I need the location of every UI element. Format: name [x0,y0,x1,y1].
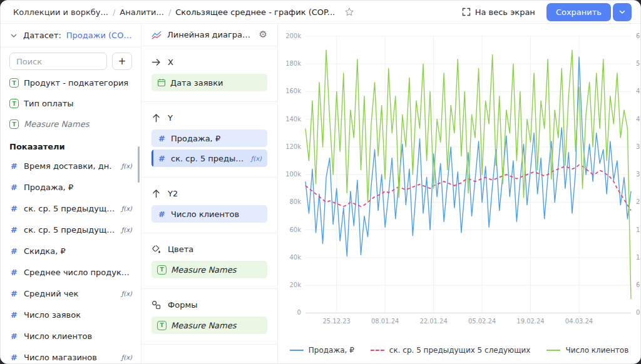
y-right-axis-label: 12 [636,254,640,261]
fullscreen-icon [462,8,471,16]
favorite-star-icon[interactable] [344,7,354,17]
field-label: Продажа, ₽ [24,183,132,192]
chart-type-selector[interactable]: Линейная диаграмма ⚙ [141,24,277,46]
legend-label: ск. ср. 5 предыдущих 5 следующих [389,346,531,355]
section-y: Y#Продажа, ₽#ск. ср. 5 предыд...ƒ(x) [141,102,277,178]
section-label: X [168,58,173,67]
formula-icon: ƒ(x) [121,205,132,212]
measure-type-icon: # [9,310,19,320]
field-chip[interactable]: Дата заявки [151,74,267,91]
section-label: Формы [168,300,197,310]
measures-list: #Время доставки, дн.ƒ(x)#Продажа, ₽#ск. … [1,155,141,363]
add-field-button[interactable]: + [112,53,132,70]
y-left-axis-label: 120k [285,143,301,150]
dataset-name-link[interactable]: Продажи (COP... [66,31,132,40]
search-input[interactable] [9,53,107,70]
x-axis-label: 19.02.24 [516,318,544,325]
dimension-type-icon: T [9,119,19,129]
field-item[interactable]: #Время доставки, дн.ƒ(x) [1,155,141,176]
field-item[interactable]: #Число клиентов [1,325,141,346]
save-button[interactable]: Сохранить [546,3,611,21]
fullscreen-button[interactable]: На весь экран [462,8,535,17]
field-item[interactable]: #ск. ср. 5 предыдущихƒ(x) [1,198,141,219]
breadcrumb-current[interactable]: Скользящее среднее - график (COP... [175,8,335,17]
section-x: XДата заявки [141,46,277,102]
field-item[interactable]: #ск. ср. 5 предыдущих...ƒ(x) [1,219,141,240]
field-chip[interactable]: #Число клиентов [151,205,267,223]
y-left-axis-label: 60k [289,226,301,233]
field-item[interactable]: #Продажа, ₽ [1,176,141,198]
legend-item-2[interactable]: Число клиентов [546,346,628,355]
legend-line-swatch [290,350,304,351]
dimension-type-icon: T [9,78,19,88]
y-right-axis-label: 30 [636,171,640,178]
formula-icon: ƒ(x) [121,354,132,361]
field-label: ск. ср. 5 предыдущих [24,204,116,213]
measures-section-title: Показатели [1,134,141,155]
dataset-row: Датасет: Продажи (COP... [1,24,141,48]
x-axis-label: 05.02.24 [468,318,496,325]
field-chip[interactable]: TMeasure Names [151,261,267,278]
section-header-y: Y [151,111,267,124]
arrow-up-icon [151,189,162,198]
legend-item-0[interactable]: Продажа, ₽ [290,346,354,355]
y-right-axis-label: 24 [636,198,640,205]
field-label: Число заявок [24,310,132,320]
measure-type-icon: # [9,331,19,341]
section-label: Y2 [168,189,178,198]
save-dropdown-button[interactable] [613,3,632,21]
field-chip-label: Дата заявки [170,78,262,88]
section-y2: Y2#Число клиентов [141,178,277,233]
top-bar: Коллекции и воркбу... / Аналити... / Ско… [1,1,640,24]
y-right-axis-label: 36 [636,143,640,150]
measure-type-icon: # [9,204,19,213]
breadcrumb-separator: / [168,8,171,17]
field-chip-label: Measure Names [171,321,262,330]
field-item[interactable]: #Средний чекƒ(x) [1,283,141,304]
measure-type-icon: # [157,210,167,219]
y-left-axis-label: 160k [285,88,301,94]
y-right-axis-label: 60 [636,33,640,39]
dimension-type-icon: T [9,99,19,108]
breadcrumb-collections[interactable]: Коллекции и воркбу... [13,8,108,17]
field-chip[interactable]: TMeasure Names [151,316,267,334]
y-right-axis-label: 48 [636,88,640,94]
field-item[interactable]: TПродукт - подкатегория [1,73,141,93]
chart-type-label: Линейная диаграмма [167,30,254,39]
section-header-colors: Цвета [151,242,267,256]
settings-gear-icon[interactable]: ⚙ [259,30,267,39]
field-search-row: + [1,48,141,73]
field-chip-label: Measure Names [171,265,262,275]
y-right-axis-label: 18 [636,226,640,233]
measure-type-icon: # [9,225,19,235]
dimension-type-icon: T [157,321,167,330]
scrollbar-thumb[interactable] [138,146,140,183]
field-item[interactable]: #Скидка, ₽ [1,240,141,261]
x-axis-label: 22.01.24 [419,318,447,325]
chevron-down-icon[interactable] [9,31,18,40]
line-chart-icon [151,30,162,40]
field-item[interactable]: #Число магазиновƒ(x) [1,346,141,363]
y-right-axis-label: 42 [636,116,640,123]
chart-area: 25.12.2308.01.2422.01.2405.02.2419.02.24… [278,24,640,363]
field-item[interactable]: #Среднее число продукто... [1,261,141,283]
field-label: Продукт - подкатегория [24,78,132,88]
x-axis-label: 25.12.23 [323,318,351,325]
chart-legend: Продажа, ₽ск. ср. 5 предыдущих 5 следующ… [278,346,640,355]
field-item[interactable]: #Число заявок [1,304,141,325]
section-colors: ЦветаTMeasure Names [141,233,277,289]
field-chip[interactable]: #ск. ср. 5 предыд...ƒ(x) [151,149,267,167]
y-left-axis-label: 40k [289,254,301,261]
formula-icon: ƒ(x) [251,155,262,162]
breadcrumb-analytics[interactable]: Аналити... [120,8,164,17]
breadcrumb: Коллекции и воркбу... / Аналити... / Ско… [13,7,354,17]
section-shapes: ФормыTMeasure Names [141,289,277,345]
dimensions-list: TПродукт - подкатегорияTТип оплатыTMeasu… [1,73,141,134]
section-label: Y [168,113,173,123]
measure-type-icon: # [9,268,19,277]
legend-item-1[interactable]: ск. ср. 5 предыдущих 5 следующих [371,346,531,355]
field-chip[interactable]: #Продажа, ₽ [151,129,267,147]
field-item[interactable]: TMeasure Names [1,114,141,134]
field-item[interactable]: TТип оплаты [1,93,141,114]
arrow-up-icon [151,113,162,123]
